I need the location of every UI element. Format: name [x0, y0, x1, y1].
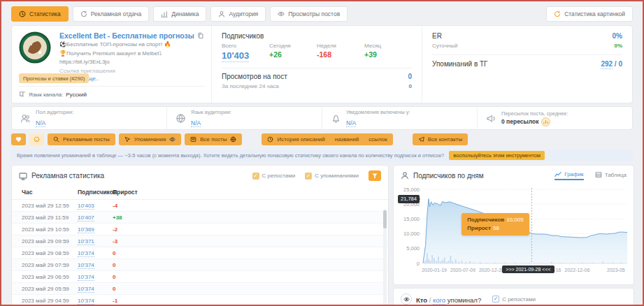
row-subscribers-link[interactable]: 10'374 [78, 250, 94, 257]
history-icon [267, 136, 273, 143]
megaphone-icon [486, 113, 496, 124]
row-growth: -2 [113, 226, 388, 233]
row-subscribers-link[interactable]: 10'374 [78, 286, 94, 293]
toggle-graph[interactable]: График [554, 170, 583, 180]
contacts-button[interactable]: Все контакты [413, 133, 468, 145]
cursor-icon [124, 136, 131, 143]
subscribers-total-value[interactable]: 10'403 [222, 51, 249, 62]
history-titles-option[interactable]: названий [335, 136, 359, 143]
col-header-hour[interactable]: Час [22, 189, 78, 196]
subscribers-week-value: -168 [317, 50, 364, 59]
row-hour: 2023 май 29 09:59 [22, 238, 78, 245]
graph-icon [554, 170, 561, 177]
tab-label: Рекламная отдача [91, 10, 142, 17]
history-links-option[interactable]: ссылок [368, 136, 387, 143]
audience-language-value[interactable]: N/A [191, 120, 201, 128]
subscribers-month-value: +39 [364, 50, 412, 59]
y-axis-tick: 10,000 [403, 231, 420, 237]
history-button[interactable]: История описаний названий ссылок [262, 133, 392, 145]
notice-tool-link[interactable]: воспользуйтесь этим инструментом [449, 151, 545, 160]
stat-label: Сегодня [269, 43, 317, 49]
bell-icon [331, 113, 341, 124]
subscribers-week-cell: Неделя -168 [317, 43, 364, 62]
table-header-row: Час Подписчиков Прирост [12, 186, 388, 200]
history-descriptions-option[interactable]: История описаний [277, 136, 324, 143]
table-scrollbar[interactable] [383, 209, 387, 306]
er-daily-row: Суточный 0% [432, 43, 622, 49]
row-subscribers-link[interactable]: 10'403 [78, 203, 94, 210]
y-axis-tick: 0 [417, 261, 420, 267]
channel-avatar[interactable] [19, 31, 51, 64]
row-subscribers-link[interactable]: 10'371 [78, 238, 94, 245]
ads-posts-button[interactable]: Рекламные посты [48, 133, 115, 145]
smiley-button[interactable] [29, 133, 44, 145]
copy-icon[interactable] [197, 32, 204, 39]
row-growth: -1 [113, 298, 388, 304]
channel-description-line: ⚽Бесплатные ТОП-прогнозы на спорт! 🔥 [59, 41, 204, 49]
whom-link[interactable]: кого [433, 296, 445, 305]
audience-gender-cell: Пол аудитории: N/A [12, 107, 167, 129]
y-axis-tick: 15,000 [403, 216, 420, 222]
notifications-value[interactable]: N/A [346, 120, 356, 128]
forwards-chart-button[interactable] [541, 117, 550, 126]
forwards-label: Пересылок поста, среднее: [501, 110, 568, 117]
table-row: 2023 май 29 09:5910'371-3 [12, 235, 388, 247]
row-subscribers-link[interactable]: 10'374 [78, 274, 94, 281]
table-row: 2023 май 29 12:5910'403-4 [12, 200, 388, 212]
row-subscribers-link[interactable]: 10'407 [78, 214, 94, 221]
row-growth: 0 [113, 286, 388, 292]
tg-mentions-row: Упоминаний в ТГ 292 / 0 [432, 54, 622, 69]
row-subscribers-link[interactable]: 10'369 [78, 226, 94, 233]
table-row: 2023 май 29 10:5910'369-2 [12, 224, 388, 235]
er-label: ER [432, 32, 442, 40]
tab-ad-performance[interactable]: Рекламная отдача [73, 6, 150, 22]
mentions-checkbox[interactable]: ✓ С упоминаниями [305, 173, 359, 180]
tab-dynamics[interactable]: Динамика [153, 6, 206, 22]
reposts-checkbox[interactable]: ✓ С репостами [252, 173, 296, 180]
views-24h-value: 0 [409, 83, 412, 89]
category-badge[interactable]: Прогнозы и ставки (#290) [19, 73, 89, 83]
subscribers-area-chart[interactable]: 25,00020,00015,00010,0005,00002020-01-19… [396, 185, 631, 285]
checkbox-checked-icon: ✓ [492, 296, 499, 303]
row-growth: 0 [113, 262, 388, 268]
row-growth: 0 [113, 250, 388, 256]
favorite-button[interactable] [11, 133, 26, 145]
row-hour: 2023 май 29 04:59 [22, 298, 78, 304]
col-header-subscribers[interactable]: Подписчиков [78, 189, 113, 196]
mentions-reposts-checkbox[interactable]: ✓ С репостами [492, 296, 536, 303]
tab-statistics[interactable]: Статистика [11, 6, 69, 22]
forwards-value: 0 пересылок [501, 118, 538, 125]
mentions-button[interactable]: Упоминания [119, 133, 182, 145]
row-subscribers-link[interactable]: 10'374 [78, 262, 94, 269]
screen-icon [19, 172, 27, 180]
row-subscribers-link[interactable]: 10'374 [78, 298, 94, 305]
col-header-growth[interactable]: Прирост [113, 189, 388, 196]
notice-strip: Время появления упоминаний в таблице — ~… [11, 150, 633, 161]
x-axis-tick: 2020-07-09 [450, 268, 475, 272]
table-icon [595, 171, 602, 178]
tab-post-views[interactable]: Просмотры постов [270, 6, 348, 22]
row-hour: 2023 май 29 07:59 [22, 262, 78, 268]
stats-as-image-button[interactable]: Статистика картинкой [546, 6, 633, 22]
scrollbar-thumb[interactable] [383, 210, 387, 228]
list-icon [190, 136, 196, 143]
tg-mentions-count[interactable]: 292 [601, 60, 613, 69]
chart-max-value-badge: 21,784 [398, 195, 420, 203]
ad-stats-table-body: 2023 май 29 12:5910'403-42023 май 29 11:… [12, 200, 388, 306]
table-row: 2023 май 29 05:5910'3740 [12, 283, 388, 295]
tab-audience[interactable]: Аудитория [210, 6, 266, 22]
row-hour: 2023 май 29 11:59 [22, 214, 78, 221]
gender-value[interactable]: N/A [36, 120, 45, 128]
tgstat-statistics-page: Статистика Рекламная отдача Динамика Ауд… [0, 0, 644, 306]
toggle-table[interactable]: Таблица [595, 171, 627, 180]
row-hour: 2023 май 29 08:59 [22, 250, 78, 256]
ad-stats-panel: Рекламная статистика ✓ С репостами ✓ С у… [11, 165, 389, 306]
filter-button[interactable] [368, 170, 381, 181]
y-axis-tick: 5,000 [406, 245, 420, 252]
person-icon [218, 10, 225, 17]
all-posts-button[interactable]: Все посты [185, 133, 242, 145]
table-row: 2023 май 29 04:5910'374-1 [12, 295, 388, 306]
subscribers-chart-panel: Подписчиков по дням График Таблица 25,00… [393, 165, 634, 285]
table-row: 2023 май 29 08:5910'3740 [12, 247, 388, 259]
channel-title-link[interactable]: Excellent Bet - Бесплатные прогнозы [59, 31, 204, 40]
